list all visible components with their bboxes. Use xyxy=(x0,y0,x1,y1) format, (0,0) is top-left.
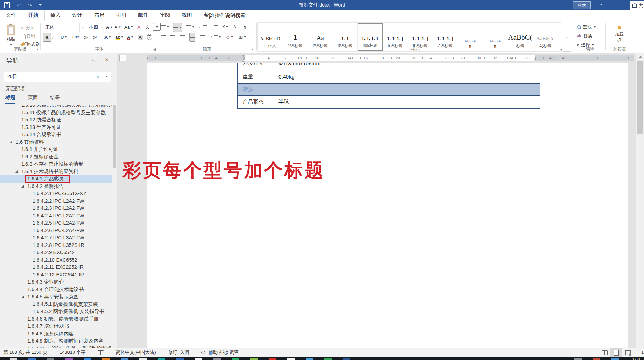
print-layout-button[interactable] xyxy=(610,348,622,357)
line-spacing-button[interactable]: ↕ xyxy=(211,33,221,41)
taskbar-clock[interactable]: 17:0 xyxy=(632,357,640,360)
borders-button[interactable]: ⊞ xyxy=(239,33,246,41)
taskbar-app-icon[interactable] xyxy=(28,358,36,360)
taskbar-app-icon[interactable] xyxy=(232,358,239,360)
taskbar-app-icon[interactable] xyxy=(324,358,332,360)
table-row-label[interactable]: 重量 xyxy=(238,70,271,83)
taskbar-app-icon[interactable] xyxy=(213,358,221,360)
heading-item[interactable]: 1.6.4.2.8 IPC-L352S-IR xyxy=(0,242,112,249)
change-case-button[interactable]: Aa xyxy=(124,23,133,31)
align-center-button[interactable] xyxy=(170,33,175,41)
enclose-characters-button[interactable]: 字 xyxy=(147,33,152,41)
taskbar-app-icon[interactable] xyxy=(10,358,17,360)
sign-in-button[interactable]: 登录 xyxy=(573,1,591,9)
align-right-button[interactable] xyxy=(180,33,185,41)
taskbar-app-icon[interactable] xyxy=(250,358,258,360)
minimize-button[interactable] xyxy=(610,0,623,10)
shrink-font-button[interactable]: A▼ xyxy=(115,23,121,31)
scrollbar-thumb[interactable] xyxy=(637,61,643,134)
taskbar-app-icon[interactable] xyxy=(343,358,350,360)
expand-triangle-icon[interactable] xyxy=(10,141,12,143)
multilevel-list-button[interactable] xyxy=(186,23,194,31)
table-row-value[interactable]: 0.40kg xyxy=(271,70,540,83)
decrease-indent-button[interactable]: ← xyxy=(198,23,207,31)
italic-button[interactable]: I xyxy=(52,33,54,41)
heading-item[interactable]: 1.6.4.2.5 IPC-L2A2-FW xyxy=(0,219,112,227)
left-indent-marker[interactable] xyxy=(242,61,245,62)
ribbon-tab[interactable]: 设计 xyxy=(66,10,88,21)
table-row-label[interactable]: 产品形态 xyxy=(238,96,271,108)
heading-item[interactable]: 1.6.4.2.12 EXC2641-IR xyxy=(0,271,112,279)
heading-item[interactable]: 1.6.4.2.9 EXC6542 xyxy=(0,249,112,256)
taskbar-tray-icon[interactable] xyxy=(611,358,619,360)
save-icon[interactable] xyxy=(4,2,10,8)
heading-item[interactable]: 1.6.4.4 合理化技术建议书 xyxy=(0,286,112,293)
heading-item[interactable]: 1.6.4.1 产品彩页 xyxy=(0,175,112,183)
chevron-down-icon[interactable] xyxy=(92,58,97,63)
heading-item[interactable]: 1.5.12 防爆合格证 xyxy=(0,116,112,124)
paste-button[interactable]: 粘贴 xyxy=(3,23,19,49)
track-changes-indicator[interactable]: 修订: 关闭 xyxy=(168,349,189,356)
styles-dialog-launcher[interactable] xyxy=(559,48,562,51)
heading-item[interactable]: 1.6.4.5 典型安装示意图 xyxy=(0,293,112,301)
ribbon-tab[interactable]: 布局 xyxy=(88,10,110,21)
navigation-tab[interactable]: 结果 xyxy=(50,94,60,104)
tell-me-search[interactable]: 操作说明搜索 xyxy=(199,10,249,22)
font-size-combo[interactable]: 小四 xyxy=(87,23,105,32)
sort-button[interactable]: A↓ xyxy=(233,23,238,31)
table-row[interactable]: 筛选 xyxy=(238,83,540,96)
heading-item[interactable]: 1.5.10 未被…信用信息公示…（…有限公司… xyxy=(0,105,112,109)
language-indicator[interactable]: 简体中文(中国大陆) xyxy=(116,349,156,356)
ribbon-tab[interactable]: 开始 xyxy=(22,10,45,21)
show-marks-button[interactable]: ¶ xyxy=(244,23,246,31)
accessibility-status[interactable]: 辅助功能: 调查 xyxy=(208,349,239,356)
taskbar-tray-icon[interactable] xyxy=(574,358,582,360)
table-row[interactable]: 重量 0.40kg xyxy=(238,70,540,83)
redo-icon[interactable]: ↷ xyxy=(28,3,33,8)
navigation-tab[interactable]: 页面 xyxy=(28,94,38,104)
taskbar-app-icon[interactable] xyxy=(287,358,295,360)
taskbar-app-icon[interactable] xyxy=(47,358,54,360)
clear-search-icon[interactable]: × xyxy=(93,74,102,80)
taskbar-app-icon[interactable] xyxy=(306,358,313,360)
ribbon-tab[interactable]: 引用 xyxy=(110,10,132,21)
heading-item[interactable]: 1.6.4.2 检测报告 xyxy=(0,183,112,190)
navigation-search-box[interactable]: 20日 × xyxy=(4,72,111,82)
heading-item[interactable]: 1.6.4.2.4 IPC-L2A2-FW xyxy=(0,212,112,220)
heading-item[interactable]: 1.6.4.2.11 EXC2252-IR xyxy=(0,264,112,271)
bold-button[interactable]: B xyxy=(43,33,51,42)
ribbon-display-options-button[interactable] xyxy=(595,0,608,10)
proofing-status-icon[interactable] xyxy=(98,350,103,355)
table-row[interactable]: 产品形态 半球 xyxy=(238,96,540,109)
copy-button[interactable]: 复制 xyxy=(21,32,35,40)
grow-font-button[interactable]: A▲ xyxy=(106,23,113,31)
zoom-level-partial[interactable]: 1 xyxy=(641,350,644,355)
share-button[interactable]: 共享 xyxy=(630,1,644,10)
font-color-button[interactable]: A xyxy=(127,33,133,41)
ribbon-tab[interactable]: 审阅 xyxy=(154,10,176,21)
distribute-button[interactable] xyxy=(200,33,205,41)
taskbar-app-icon[interactable] xyxy=(139,358,147,360)
heading-item[interactable]: 1.6.4.2.3 IPC-L2A2-FW xyxy=(0,205,112,212)
table-row-value[interactable]: 半球 xyxy=(271,96,540,108)
ribbon-tab[interactable]: 视图 xyxy=(176,10,198,21)
heading-item[interactable]: 1.6.4.2.10 EXC6552 xyxy=(0,256,112,264)
heading-item[interactable]: 1.6.4.9 制造、检测时间计划及内容 xyxy=(0,337,112,345)
heading-item[interactable]: 1.6.4 技术规格书响应资料 xyxy=(0,168,112,176)
underline-button[interactable]: U xyxy=(61,33,67,41)
heading-item[interactable]: 1.6.4.3 企业简介 xyxy=(0,278,112,286)
ribbon-tab[interactable]: 邮件 xyxy=(132,10,154,21)
navigation-scrollbar-thumb[interactable] xyxy=(113,105,116,168)
taskbar-tray-icon[interactable] xyxy=(593,358,600,360)
heading-item[interactable]: 1.5.13 生产许可证 xyxy=(0,124,112,131)
horizontal-ruler[interactable]: 42 24681012141618202224262830323436 4042 xyxy=(147,55,634,61)
right-indent-marker[interactable] xyxy=(533,58,537,60)
justify-button[interactable] xyxy=(189,33,195,42)
heading-item[interactable]: 1.6.2 投标保证金 xyxy=(0,153,112,161)
heading-item[interactable]: 1.6.4.10 与设计、制造、测试和检测相关… xyxy=(0,345,112,348)
expand-triangle-icon[interactable] xyxy=(21,185,24,188)
taskbar-app-icon[interactable] xyxy=(269,358,276,360)
page-indicator[interactable]: 第 168 页, 共 1150 页 xyxy=(3,349,47,356)
taskbar-app-icon[interactable] xyxy=(102,358,110,360)
taskbar-app-icon[interactable] xyxy=(195,358,202,360)
